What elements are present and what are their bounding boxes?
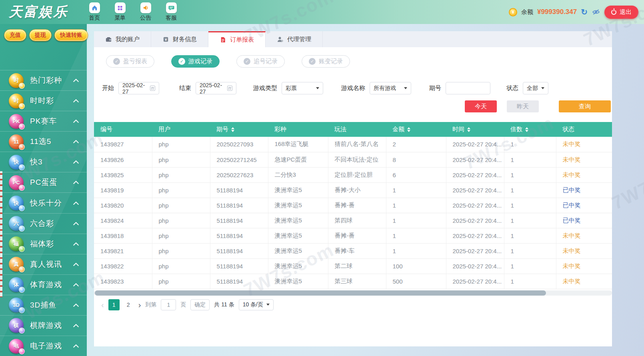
confirm-button[interactable]: 确定 — [190, 299, 210, 310]
tab-order-report[interactable]: 订单报表 — [208, 31, 266, 47]
eye-off-icon[interactable] — [592, 9, 600, 15]
table-row: 1439824 php 51188194 澳洲幸运5 第四球 1 2025-02… — [94, 213, 612, 228]
table-header-cell[interactable]: 倍数 — [504, 122, 556, 137]
sort-arrows-icon[interactable] — [467, 127, 470, 132]
table-row: 1439821 php 51188194 澳洲幸运5 番摊-车 1 2025-0… — [94, 243, 612, 258]
today-button[interactable]: 今天 — [465, 100, 497, 112]
per-page-value: 10 条/页 — [243, 301, 263, 308]
nav-item-support[interactable]: 客服 — [162, 2, 181, 22]
sub-tab[interactable]: ✓ 盈亏报表 — [106, 55, 154, 68]
start-date-input[interactable]: 2025-02-27 — [118, 82, 159, 94]
cell-time: 2025-02-27 20:4... — [446, 137, 504, 152]
page: { "watermark": "7W7s.com", "colors": { "… — [0, 0, 644, 356]
search-button[interactable]: 查询 — [559, 100, 611, 112]
page-unit-label: 页 — [180, 301, 186, 308]
logout-label: 退出 — [620, 8, 632, 16]
tab-label: 我的账户 — [116, 36, 140, 43]
lottery-ball-icon: 真 — [9, 257, 24, 272]
nav-item-home[interactable]: 首页 — [85, 2, 104, 22]
start-date-value: 2025-02-27 — [122, 82, 150, 95]
lottery-ball-icon: 电 — [9, 339, 24, 354]
sort-arrows-icon[interactable] — [525, 127, 528, 132]
refresh-icon[interactable]: ↻ — [581, 8, 588, 16]
nav-item-announcement[interactable]: 公告 — [136, 2, 155, 22]
sidebar-item[interactable]: 快 快乐十分 — [0, 192, 87, 213]
table-header-cell[interactable]: 时间 — [446, 122, 504, 137]
table-header-cell[interactable]: 状态 — [556, 122, 612, 137]
logout-button[interactable]: 退出 — [604, 6, 638, 19]
prev-page-icon[interactable]: ‹ — [101, 301, 104, 309]
sub-tab[interactable]: ✓ 追号记录 — [236, 55, 285, 68]
header-label: 倍数 — [510, 126, 522, 133]
goto-page-input[interactable]: 1 — [161, 299, 176, 310]
nav-item-menu[interactable]: 菜单 — [110, 2, 130, 22]
cell-status: 未中奖 — [556, 274, 612, 289]
per-page-select[interactable]: 10 条/页 — [239, 299, 274, 310]
cell-multiple: 1 — [504, 213, 556, 228]
ball-sub-badge-icon — [19, 307, 25, 313]
tab-finance-info[interactable]: ¥ 财务信息 — [151, 31, 208, 47]
cell-time: 2025-02-27 20:4... — [446, 198, 504, 213]
topbar-nav: 首页 菜单 公告 客服 — [85, 2, 181, 22]
announcement-speaker-icon — [140, 2, 151, 13]
sidebar-item[interactable]: 时 热门彩种 — [0, 70, 87, 90]
tab-agent-management[interactable]: 代理管理 — [266, 31, 323, 47]
table-header-cell[interactable]: 编号 — [94, 122, 152, 137]
sub-tab-label: 账变记录 — [319, 58, 343, 65]
sidebar-action-button[interactable]: 提现 — [29, 29, 52, 41]
sort-arrows-icon[interactable] — [407, 127, 410, 132]
cell-amount: 2 — [386, 137, 446, 152]
cell-user: php — [152, 258, 210, 274]
cell-id: 1439820 — [94, 198, 152, 213]
table-header-cell[interactable]: 彩种 — [268, 122, 328, 137]
sidebar-item[interactable]: 真 真人视讯 — [0, 254, 87, 274]
game-name-value: 所有游戏 — [374, 85, 396, 92]
sidebar-action-button[interactable]: 充值 — [4, 29, 26, 41]
sidebar-item[interactable]: 电 电子游戏 — [0, 336, 87, 356]
table-header-cell[interactable]: 玩法 — [328, 122, 386, 137]
horizontal-scrollbar-track[interactable] — [94, 290, 612, 296]
page-number-button[interactable]: 1 — [108, 299, 120, 310]
next-page-icon[interactable]: › — [138, 301, 141, 309]
game-type-select[interactable]: 彩票 — [282, 82, 323, 94]
cell-issue: 202502271245 — [210, 152, 268, 167]
table-header-cell[interactable]: 用户 — [152, 122, 210, 137]
horizontal-scrollbar-thumb[interactable] — [95, 290, 546, 296]
issue-input[interactable] — [446, 82, 490, 94]
sidebar-item[interactable]: PK PK赛车 — [0, 111, 87, 131]
sidebar-item[interactable]: 11 11选5 — [0, 131, 87, 152]
chevron-up-icon — [73, 120, 79, 125]
sidebar-item-label: 时时彩 — [30, 96, 54, 106]
ball-sub-badge-icon — [19, 124, 25, 130]
cell-status: 未中奖 — [556, 167, 612, 182]
ball-sub-badge-icon — [19, 144, 25, 150]
cell-multiple: 1 — [504, 274, 556, 289]
topbar: 天富娱乐 首页 菜单 公告 客服 ¥ 余额 ¥ — [0, 0, 644, 24]
end-date-input[interactable]: 2025-02-27 — [196, 82, 236, 94]
yesterday-button[interactable]: 昨天 — [507, 100, 539, 112]
page-number-button[interactable]: 2 — [123, 299, 134, 310]
sidebar-item[interactable]: 快 快3 — [0, 152, 87, 172]
sidebar-action-button[interactable]: 快速转账 — [54, 29, 88, 41]
cell-issue: 51188194 — [210, 198, 268, 213]
end-date-label: 结束 — [179, 84, 191, 92]
sort-arrows-icon[interactable] — [231, 127, 234, 132]
calendar-icon — [227, 86, 232, 91]
game-name-select[interactable]: 所有游戏 — [370, 82, 411, 94]
cell-lottery: 澳洲幸运5 — [268, 228, 328, 243]
sub-tab[interactable]: ✓ 游戏记录 — [171, 55, 220, 68]
sidebar-item[interactable]: 福 福体彩 — [0, 234, 87, 254]
sidebar-item[interactable]: 棋 棋牌游戏 — [0, 315, 87, 336]
header-label: 玩法 — [334, 126, 346, 133]
sidebar-item[interactable]: 时 时时彩 — [0, 90, 87, 111]
sidebar-item[interactable]: 3D 3D捕鱼 — [0, 295, 87, 315]
table-header-cell[interactable]: 金额 — [386, 122, 446, 137]
status-select[interactable]: 全部 — [523, 82, 548, 94]
table-header-cell[interactable]: 期号 — [210, 122, 268, 137]
sidebar-item[interactable]: 体 体育游戏 — [0, 274, 87, 295]
sidebar-item[interactable]: 六 六合彩 — [0, 213, 87, 234]
cell-play: 第四球 — [328, 213, 386, 228]
tab-my-account[interactable]: 我的账户 — [94, 31, 151, 47]
sidebar-item[interactable]: PC PC蛋蛋 — [0, 172, 87, 192]
sub-tab[interactable]: ✓ 账变记录 — [302, 55, 350, 68]
